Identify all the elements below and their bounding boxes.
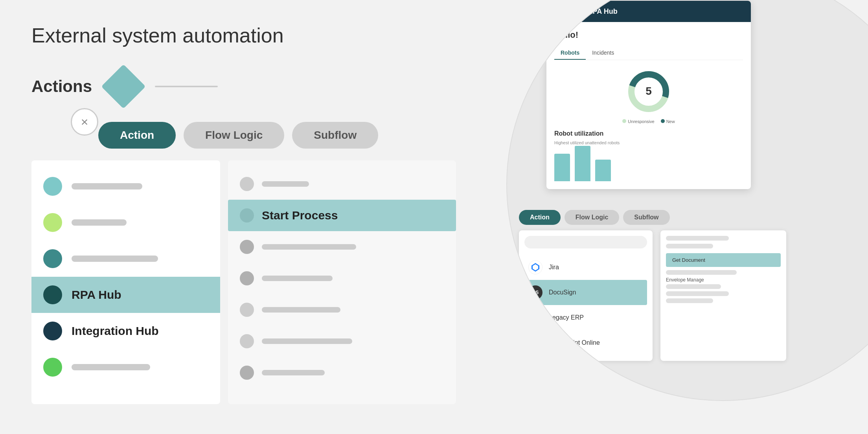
list-item[interactable] [31, 168, 220, 204]
tab-action[interactable]: Action [98, 122, 176, 149]
legacy-icon: N [528, 311, 542, 325]
text-bar [262, 181, 309, 187]
right-bar [666, 270, 737, 275]
divider: | [579, 7, 581, 16]
start-process-item[interactable]: Start Process [228, 200, 456, 231]
dot-icon [43, 177, 62, 196]
rpa-tab-robots[interactable]: Robots [554, 46, 586, 60]
bar [554, 154, 570, 181]
docusign-icon: DS [528, 285, 542, 300]
text-bar [262, 370, 325, 375]
small-dot [240, 303, 254, 317]
integration-item-sharepoint[interactable]: SP SharePoint Online [524, 330, 647, 355]
action-tabs: Action Flow Logic Subflow [519, 210, 865, 225]
get-document-button[interactable]: Get Document [666, 253, 781, 267]
donut-chart: 5 [554, 68, 743, 115]
bar [575, 146, 590, 181]
docusign-name: DocuSign [549, 289, 576, 296]
list-item[interactable] [31, 204, 220, 241]
small-dot [240, 271, 254, 285]
right-panel-item [228, 294, 456, 326]
right-bar [666, 291, 729, 296]
right-panel-item [228, 326, 456, 357]
sharepoint-icon: SP [528, 336, 542, 350]
right-bar [666, 298, 713, 303]
rpa-body: Hello! Robots Incidents 5 Unresponsive N… [546, 22, 751, 189]
text-bar [262, 338, 352, 344]
left-panel: RPA Hub Integration Hub [31, 160, 220, 404]
right-panel-item [228, 357, 456, 388]
bar-chart [554, 150, 743, 181]
rpa-tabs: Robots Incidents [554, 46, 743, 60]
jira-name: Jira [549, 264, 559, 271]
tab-flow-logic[interactable]: Flow Logic [184, 122, 284, 149]
right-panel: Start Process [228, 160, 456, 404]
integration-panel: Jira DS DocuSign N Legacy ERP [519, 230, 653, 361]
rpa-hub-label: RPA Hub [72, 288, 121, 302]
list-item[interactable] [31, 349, 220, 385]
hello-text: Hello! [554, 30, 743, 40]
item-text-bar [72, 183, 142, 189]
right-panel-item [228, 263, 456, 294]
item-text-bar [72, 219, 127, 226]
dot-icon [43, 249, 62, 268]
dot-icon [43, 322, 62, 340]
integration-item-docusign[interactable]: DS DocuSign [524, 280, 647, 305]
action-overlay-circle: Action Flow Logic Subflow Jira [519, 210, 865, 361]
zoom-circle: now | RPA Hub Hello! Robots Incidents 5 [506, 0, 868, 401]
legacy-name: Legacy ERP [549, 314, 584, 321]
list-item-integration-hub[interactable]: Integration Hub [31, 313, 220, 349]
tab-subflow[interactable]: Subflow [292, 122, 378, 149]
chart-legend: Unresponsive New [554, 119, 743, 124]
utilization-subtitle: Highest utilized unattended robots [554, 140, 743, 145]
list-item[interactable] [31, 241, 220, 277]
integration-hub-label: Integration Hub [72, 324, 159, 338]
right-bar [666, 236, 729, 241]
integration-item-jira[interactable]: Jira [524, 255, 647, 280]
small-dot [240, 334, 254, 348]
jira-icon [528, 260, 542, 274]
small-dot [240, 177, 254, 191]
rpa-window: now | RPA Hub Hello! Robots Incidents 5 [546, 1, 751, 189]
small-dot [240, 366, 254, 380]
main-container: External system automation Actions × Act… [0, 0, 868, 434]
action-content: Jira DS DocuSign N Legacy ERP [519, 230, 865, 361]
close-button[interactable]: × [71, 108, 98, 136]
text-bar [262, 276, 333, 281]
text-bar [262, 244, 356, 250]
start-process-label: Start Process [262, 209, 338, 222]
item-text-bar [72, 364, 150, 370]
svg-text:5: 5 [645, 85, 652, 97]
diamond-icon [101, 64, 145, 108]
small-dot [240, 240, 254, 254]
text-bar [262, 307, 340, 313]
actions-label: Actions [31, 77, 92, 96]
search-bar[interactable] [524, 236, 647, 248]
item-text-bar [72, 256, 158, 262]
now-logo: now [554, 6, 573, 17]
right-panel-item [228, 168, 456, 200]
action-right-panel: Get Document Envelope Manage [660, 230, 786, 361]
dot-icon [43, 285, 62, 304]
utilization-title: Robot utilization [554, 130, 743, 137]
right-bar [666, 284, 721, 289]
line-connector [155, 86, 218, 87]
dot-icon [43, 213, 62, 232]
envelope-text: Envelope Manage [666, 277, 781, 283]
rpa-hub-title: RPA Hub [588, 7, 618, 16]
right-bar [666, 244, 713, 248]
action-tab-action[interactable]: Action [519, 210, 561, 225]
action-tab-flowlogic[interactable]: Flow Logic [565, 210, 620, 225]
sharepoint-name: SharePoint Online [549, 339, 600, 346]
bar [595, 160, 611, 181]
dot-icon [43, 358, 62, 377]
action-tab-subflow[interactable]: Subflow [623, 210, 669, 225]
integration-item-legacy-erp[interactable]: N Legacy ERP [524, 305, 647, 330]
rpa-titlebar: now | RPA Hub [546, 1, 751, 22]
small-dot [240, 208, 254, 223]
list-item-rpa-hub[interactable]: RPA Hub [31, 277, 220, 313]
right-panel-item [228, 231, 456, 263]
rpa-tab-incidents[interactable]: Incidents [586, 46, 620, 60]
